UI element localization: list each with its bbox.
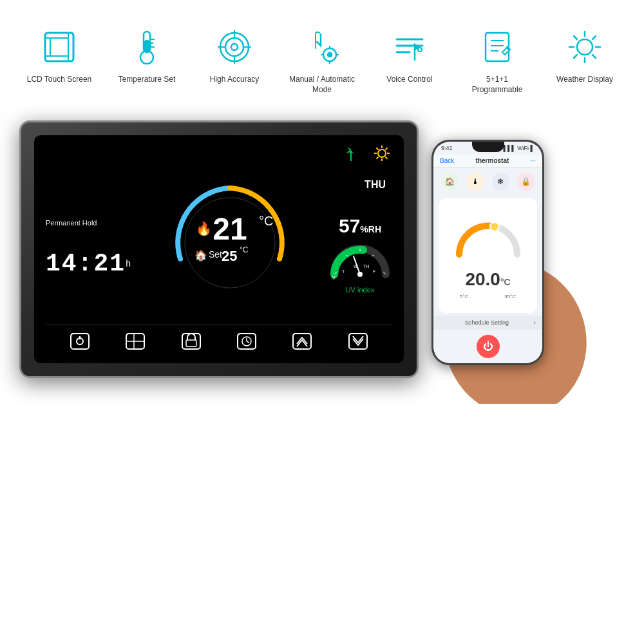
phone-nav-icons: 🏠 🌡 ❄ 🔒	[433, 167, 542, 196]
feature-manual: Manual / Automatic Mode	[289, 24, 355, 95]
feature-manual-label: Manual / Automatic Mode	[289, 75, 355, 95]
down-button[interactable]	[343, 328, 374, 354]
feature-accuracy-label: High Accuracy	[210, 75, 260, 85]
document-icon	[475, 24, 520, 70]
screen-buttons	[46, 324, 392, 358]
up-button[interactable]	[287, 328, 317, 354]
svg-rect-0	[45, 33, 73, 61]
back-button[interactable]: Back	[440, 157, 454, 164]
clock-button[interactable]	[231, 328, 262, 354]
screen-main: Permanent Hold 14:21h	[46, 164, 392, 321]
grid-button[interactable]	[120, 328, 151, 354]
uv-label: UV index	[346, 286, 375, 294]
svg-text:TH: TH	[363, 264, 369, 269]
svg-rect-89	[349, 334, 367, 349]
phone-gauge-svg	[450, 213, 527, 264]
svg-line-87	[247, 341, 249, 343]
svg-point-45	[350, 151, 352, 153]
phone-nav-fan[interactable]: ❄	[492, 173, 509, 191]
permanent-hold-label: Permanent Hold	[46, 219, 132, 227]
phone-container: 9:41 ▌▌▌ WiFi ▌ Back thermostat ··· 🏠 🌡 …	[431, 140, 560, 365]
svg-text:🔥: 🔥	[196, 221, 212, 236]
feature-weather: Weather Display	[551, 24, 618, 85]
feature-programmable-label: 5+1+1 Programmable	[464, 75, 531, 95]
uv-gauge: M T W TH F	[328, 242, 392, 281]
phone-power-row: ⏻	[433, 330, 542, 363]
svg-text:W: W	[354, 264, 358, 269]
svg-rect-76	[71, 334, 89, 349]
phone-nav-lock[interactable]: 🔒	[517, 173, 535, 191]
svg-text:Set: Set	[209, 249, 222, 260]
phone-header: Back thermostat ···	[433, 155, 542, 167]
feature-lcd-label: LCD Touch Screen	[27, 75, 92, 85]
feature-weather-label: Weather Display	[556, 75, 613, 85]
thermostat-device: Permanent Hold 14:21h	[19, 120, 419, 378]
main-content: Permanent Hold 14:21h	[0, 108, 644, 391]
svg-line-51	[377, 148, 379, 150]
svg-rect-1	[50, 38, 68, 56]
day-label: THU	[365, 179, 386, 191]
feature-voice: Voice Control	[376, 24, 443, 85]
lock-button[interactable]	[176, 328, 207, 354]
features-row: LCD Touch Screen Temperature Set	[0, 0, 644, 108]
svg-line-41	[592, 55, 596, 58]
phone-notch	[472, 142, 504, 152]
svg-text:21: 21	[213, 212, 247, 246]
feature-voice-label: Voice Control	[386, 75, 432, 85]
screen-top-icons	[46, 143, 392, 164]
svg-text:T: T	[342, 269, 345, 274]
humidity-display: 57%RH	[339, 215, 381, 237]
svg-text:M: M	[332, 276, 336, 280]
feature-temp-label: Temperature Set	[118, 75, 176, 85]
feature-lcd: LCD Touch Screen	[26, 24, 93, 85]
phone-temp-labels: 5°C 35°C	[460, 294, 516, 299]
svg-point-14	[231, 44, 238, 50]
svg-text:°C: °C	[259, 214, 273, 228]
feature-temp: Temperature Set	[113, 24, 180, 85]
thermostat-screen: Permanent Hold 14:21h	[34, 135, 404, 363]
svg-point-13	[225, 38, 243, 56]
phone-title: thermostat	[476, 157, 509, 164]
phone-gauge-area: 20.0°C 5°C 35°C	[439, 198, 537, 313]
svg-text:F: F	[373, 269, 375, 274]
svg-rect-30	[486, 33, 509, 61]
right-panel: THU 57%RH	[328, 179, 392, 294]
feature-programmable: 5+1+1 Programmable	[464, 24, 531, 95]
phone-temp: 20.0°C	[465, 269, 510, 290]
svg-line-52	[386, 157, 388, 159]
sun-icon	[562, 24, 607, 70]
hand-gear-icon	[299, 24, 345, 70]
svg-line-53	[386, 148, 388, 150]
svg-line-43	[574, 55, 577, 58]
svg-point-29	[418, 48, 422, 52]
phone-schedule-bar[interactable]: Schedule Setting ›	[433, 316, 542, 330]
svg-rect-88	[293, 334, 311, 349]
time-display: 14:21h	[46, 250, 132, 278]
svg-text:🏠: 🏠	[194, 249, 207, 261]
circular-gauge: 🔥 🏠 21 °C Set 25 °C	[162, 175, 298, 310]
sun-display-icon	[372, 143, 392, 164]
svg-point-95	[490, 222, 499, 231]
svg-point-35	[577, 39, 592, 55]
gauge-svg: 🔥 🏠 21 °C Set 25 °C	[162, 175, 298, 310]
left-panel: Permanent Hold 14:21h	[46, 214, 132, 278]
phone-nav-home[interactable]: 🏠	[441, 173, 459, 191]
phone-screen: 9:41 ▌▌▌ WiFi ▌ Back thermostat ··· 🏠 🌡 …	[433, 142, 542, 363]
target-icon	[212, 24, 257, 70]
svg-point-46	[378, 149, 386, 157]
phone-body: 9:41 ▌▌▌ WiFi ▌ Back thermostat ··· 🏠 🌡 …	[431, 140, 544, 365]
wind-icon	[341, 143, 361, 164]
svg-line-40	[574, 36, 577, 39]
lcd-icon	[37, 24, 82, 70]
svg-text:25: 25	[222, 248, 237, 264]
power-button[interactable]	[64, 328, 95, 354]
phone-nav-thermostat[interactable]: 🌡	[466, 173, 484, 191]
svg-text:°C: °C	[240, 245, 249, 254]
phone-power-button[interactable]: ⏻	[477, 335, 500, 358]
svg-rect-83	[186, 340, 196, 346]
svg-point-20	[328, 53, 332, 57]
svg-point-70	[357, 272, 363, 277]
svg-line-54	[377, 157, 379, 159]
svg-rect-11	[145, 41, 149, 52]
feature-accuracy: High Accuracy	[201, 24, 268, 85]
